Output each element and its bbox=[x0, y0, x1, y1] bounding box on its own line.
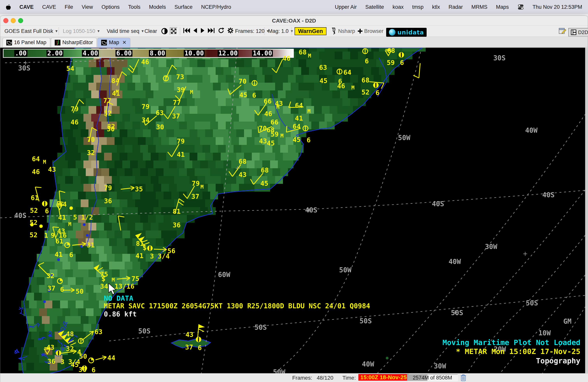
unidata-logo[interactable]: unidata bbox=[386, 28, 427, 37]
station-value: 6 bbox=[400, 59, 404, 66]
new-editor-icon[interactable] bbox=[559, 25, 567, 37]
play-icon[interactable] bbox=[200, 28, 205, 35]
station-symbol-fc bbox=[56, 350, 61, 356]
menu-item-options[interactable]: Options bbox=[102, 4, 120, 10]
scale-dropdown[interactable]: Log 1050-150▼ bbox=[63, 25, 100, 37]
station-value: M bbox=[43, 159, 46, 165]
station-value: 6 bbox=[198, 344, 202, 351]
first-frame-icon[interactable] bbox=[183, 28, 190, 35]
station-value: 3 bbox=[150, 253, 154, 259]
menu-item-ktlx[interactable]: ktlx bbox=[432, 4, 440, 10]
menu-item-koax[interactable]: koax bbox=[393, 4, 404, 10]
station-symbol-oc bbox=[303, 126, 308, 131]
menu-item-mrms[interactable]: MRMS bbox=[471, 4, 487, 10]
station-value: 3/4 bbox=[158, 253, 169, 259]
separator bbox=[292, 27, 292, 35]
nsharp-button[interactable]: Nsharp bbox=[331, 25, 355, 37]
status-bar: Frames: 48/120 Time: 15:00Z 18-Nov-25 25… bbox=[0, 373, 588, 382]
station-value: 46 bbox=[71, 119, 79, 126]
memory-gauge[interactable]: 2574M of 8508M bbox=[407, 374, 458, 381]
loop-icon[interactable] bbox=[218, 27, 224, 35]
station-value: 81 bbox=[136, 240, 144, 247]
station-symbol-pie bbox=[57, 278, 63, 284]
map-viewport[interactable]: $$ .002.004.006.008.0010.0012.0014.00 46… bbox=[0, 48, 588, 373]
station-value: 84 bbox=[111, 77, 119, 84]
menu-item-upper-air[interactable]: Upper Air bbox=[335, 4, 357, 10]
contrast-icon[interactable] bbox=[161, 25, 168, 37]
wind-barb bbox=[413, 63, 420, 78]
station-value: 45 bbox=[260, 180, 268, 187]
station-value: 32 bbox=[87, 149, 95, 156]
tab-map[interactable]: Map ✕ bbox=[97, 38, 130, 47]
tab-16-panel-map[interactable]: 16 Panel Map bbox=[2, 38, 50, 47]
last-frame-icon[interactable] bbox=[208, 28, 215, 35]
pan-zoom-icon[interactable] bbox=[170, 27, 178, 35]
menu-item-maps[interactable]: Maps bbox=[496, 4, 509, 10]
tab-nsharp-editor[interactable]: NsharpEditor bbox=[51, 38, 97, 47]
valid-time-dropdown[interactable]: Valid time seq▼ bbox=[107, 25, 144, 37]
station-value: 41 bbox=[112, 90, 120, 97]
menu-item-cave[interactable]: CAVE bbox=[20, 4, 34, 10]
graticule-label: 50S bbox=[254, 324, 267, 331]
trash-icon[interactable] bbox=[460, 374, 466, 382]
control-center-icon[interactable] bbox=[517, 4, 524, 10]
station-value: 41 bbox=[136, 253, 144, 259]
graticule-label: 50W bbox=[273, 369, 285, 373]
clear-button[interactable]: Clear bbox=[145, 25, 157, 37]
menu-item-tmsp[interactable]: tmsp bbox=[412, 4, 424, 10]
station-value: 6 bbox=[376, 89, 379, 96]
topography-colorbar[interactable]: .002.004.006.008.0010.0012.0014.00 bbox=[3, 49, 294, 58]
station-value: 50 bbox=[76, 288, 84, 295]
colorbar-label: 6.00 bbox=[116, 50, 132, 57]
station-value: 45 bbox=[267, 140, 275, 147]
colorbar-label: .00 bbox=[14, 50, 27, 57]
menu-item-file[interactable]: File bbox=[65, 4, 73, 10]
menu-item-view[interactable]: View bbox=[82, 4, 93, 10]
station-value: 13/16 bbox=[115, 283, 134, 290]
wind-arrow bbox=[117, 276, 130, 280]
colorbar-label: 10.00 bbox=[184, 50, 205, 57]
menu-item-tools[interactable]: Tools bbox=[128, 4, 140, 10]
station-value: 52 bbox=[30, 232, 38, 238]
station-value: 68 bbox=[387, 48, 395, 54]
browser-button[interactable]: Browser bbox=[357, 25, 383, 37]
map-icon bbox=[101, 40, 107, 45]
station-value: 68 bbox=[261, 167, 269, 173]
menu-item-satellite[interactable]: Satellite bbox=[365, 4, 384, 10]
station-value: 34 bbox=[100, 283, 108, 290]
station-value: 59 bbox=[271, 131, 279, 138]
station-value: 75 bbox=[131, 276, 139, 282]
source-dropdown[interactable]: GOES East Full Disk▼ bbox=[4, 25, 58, 37]
menu-clock[interactable]: Thu Nov 20 12:53PM bbox=[533, 4, 582, 10]
station-value: 6 bbox=[60, 286, 64, 293]
legend-maritime-plot: Moving Maritime Plot Not Loaded bbox=[442, 338, 580, 347]
menu-item-surface[interactable]: Surface bbox=[174, 4, 192, 10]
gear-icon[interactable] bbox=[227, 27, 233, 35]
separator bbox=[264, 27, 265, 35]
menu-item-models[interactable]: Models bbox=[149, 4, 166, 10]
d2d-perspective-button[interactable]: D2D bbox=[568, 28, 588, 37]
warngen-button[interactable]: WarnGen bbox=[294, 27, 326, 35]
menu-item-cave[interactable]: CAVE bbox=[42, 4, 56, 10]
time-value-badge[interactable]: 15:00Z 18-Nov-25 bbox=[358, 374, 409, 381]
menu-item-radar[interactable]: Radar bbox=[449, 4, 463, 10]
station-value: 45 bbox=[319, 77, 327, 84]
graticule-label: 40S bbox=[432, 201, 444, 207]
graticule-label: 30W bbox=[434, 363, 446, 370]
apple-icon[interactable] bbox=[6, 4, 11, 10]
graticule-label: 50W bbox=[398, 134, 410, 141]
mag-dropdown[interactable]: Mag: 1.0▼ bbox=[268, 25, 294, 37]
sample-metar-text: METAR SAVC 171500Z 26054G75KT 1300 R25/1… bbox=[104, 302, 370, 310]
station-symbol-dot bbox=[39, 224, 43, 228]
station-value: 39 bbox=[177, 86, 185, 93]
close-tab-icon[interactable]: ✕ bbox=[122, 40, 126, 45]
graticule-label: 40W bbox=[449, 258, 461, 265]
station-symbol-pie bbox=[89, 358, 94, 363]
title-bar[interactable]: CAVE:OAX - D2D bbox=[0, 16, 588, 25]
station-value: 46 bbox=[264, 110, 272, 117]
station-value: 75 bbox=[100, 271, 108, 277]
menu-item-ncep-hydro[interactable]: NCEP/Hydro bbox=[201, 4, 231, 10]
station-value: 30 bbox=[107, 126, 115, 132]
prev-frame-icon[interactable] bbox=[193, 28, 197, 35]
station-value: 31 bbox=[87, 242, 95, 248]
